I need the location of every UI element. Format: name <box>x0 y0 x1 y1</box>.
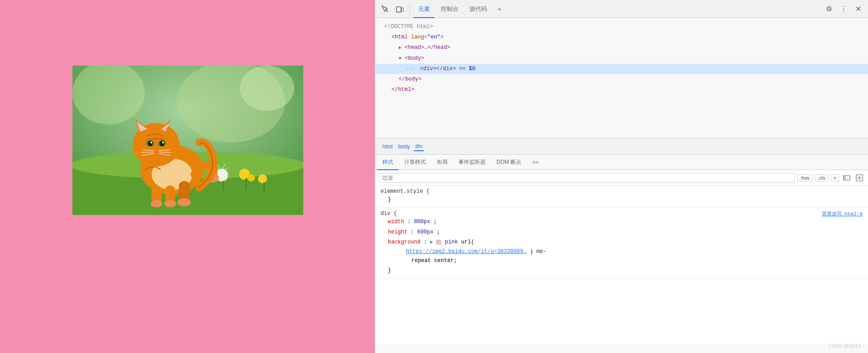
breadcrumb-div[interactable]: div <box>414 142 424 151</box>
svg-point-39 <box>151 200 162 207</box>
background-property-line[interactable]: background : ► pink url( https://img2.ba… <box>381 237 863 266</box>
svg-rect-10 <box>263 182 265 191</box>
filter-bar: :hov .cls + <box>375 170 868 186</box>
svg-rect-12 <box>223 181 224 191</box>
tab-console[interactable]: 控制台 <box>436 0 463 18</box>
svg-point-47 <box>398 11 399 12</box>
div-style-block: 背景连写.html:9 div { width : 800px ; height… <box>375 208 868 279</box>
toolbar-separator <box>410 4 410 14</box>
height-property-value: 600px <box>417 229 434 235</box>
tab-elements[interactable]: 元素 <box>414 0 434 18</box>
background-url-link[interactable]: https://img2.baidu.com/it/u=38338089… <box>406 248 526 255</box>
breadcrumb-body[interactable]: body <box>396 143 412 151</box>
svg-rect-46 <box>401 8 403 11</box>
sidebar-toggle-button[interactable] <box>842 173 852 183</box>
svg-point-29 <box>162 142 164 143</box>
svg-point-43 <box>177 198 191 206</box>
width-property-name: width <box>388 219 404 225</box>
expand-sidebar-button[interactable] <box>854 173 864 183</box>
csdn-watermark: CSDN @ld213 <box>372 341 864 350</box>
more-options-button[interactable]: ⋮ <box>837 3 850 15</box>
browser-viewport <box>0 0 375 353</box>
cat-display-div <box>72 66 303 215</box>
background-expand-arrow[interactable]: ► <box>430 240 433 245</box>
svg-rect-8 <box>245 178 247 189</box>
head-tag-line[interactable]: ▶ <head>…</head> <box>375 43 868 53</box>
tab-more[interactable]: » <box>493 0 506 18</box>
div-tag-line[interactable]: ··· <div></div> == $0 <box>375 64 868 74</box>
element-style-selector: element.style { <box>381 188 863 195</box>
div-style-header: 背景连写.html:9 div { <box>381 210 863 217</box>
close-button[interactable]: ✕ <box>852 3 864 15</box>
tab-event-listeners[interactable]: 事件监听器 <box>453 155 491 170</box>
svg-point-28 <box>150 142 152 143</box>
tab-styles[interactable]: 样式 <box>377 155 399 170</box>
style-source-link[interactable]: 背景连写.html:9 <box>822 210 863 217</box>
svg-rect-49 <box>844 176 846 180</box>
background-color-value: pink <box>445 239 458 245</box>
svg-point-3 <box>240 66 294 111</box>
body-close-line: </body> <box>375 74 868 85</box>
filter-input[interactable] <box>379 173 795 183</box>
doctype-line: <!DOCTYPE html> <box>375 22 868 32</box>
element-style-block: element.style { } <box>375 186 868 208</box>
html-close-line: </html> <box>375 85 868 95</box>
svg-point-27 <box>160 141 164 146</box>
background-property-name: background <box>388 239 420 245</box>
svg-line-44 <box>386 10 388 12</box>
body-expand[interactable]: ▼ <box>399 56 401 61</box>
inspect-element-button[interactable] <box>379 3 391 15</box>
tab-layout[interactable]: 布局 <box>431 155 453 170</box>
svg-point-26 <box>148 141 153 146</box>
tab-sources[interactable]: 源代码 <box>465 0 491 18</box>
background-url-line: https://img2.baidu.com/it/u=38338089… ) … <box>388 247 863 266</box>
tab-dom-breakpoints[interactable]: DOM 断点 <box>491 155 527 170</box>
styles-panel: element.style { } 背景连写.html:9 div { widt… <box>375 186 868 344</box>
svg-point-9 <box>258 174 267 183</box>
svg-point-7 <box>248 174 255 181</box>
hov-button[interactable]: :hov <box>797 174 812 181</box>
cls-button[interactable]: .cls <box>815 174 828 181</box>
dom-tree-panel: <!DOCTYPE html> <html lang="en"> ▶ <head… <box>375 18 868 138</box>
html-tag-line[interactable]: <html lang="en"> <box>375 32 868 43</box>
div-selector: div { <box>381 210 397 217</box>
settings-button[interactable]: ⚙ <box>823 3 835 15</box>
element-style-close: } <box>381 195 863 205</box>
width-property-line[interactable]: width : 800px ; <box>381 217 863 227</box>
body-tag-line[interactable]: ▼ <body> <box>375 53 868 64</box>
div-style-close: } <box>381 266 863 276</box>
devtools-panel: 元素 控制台 源代码 » ⚙ ⋮ ✕ <!DOCTYPE html> <html… <box>375 0 868 353</box>
height-property-line[interactable]: height : 600px ; <box>381 227 863 237</box>
width-property-value: 800px <box>414 219 430 225</box>
devtools-toolbar: 元素 控制台 源代码 » ⚙ ⋮ ✕ <box>375 0 868 18</box>
height-property-name: height <box>388 229 407 235</box>
svg-point-40 <box>164 200 176 207</box>
add-style-button[interactable]: + <box>831 174 839 181</box>
background-color-swatch[interactable] <box>436 240 441 244</box>
breadcrumb-bar: html body div <box>375 138 868 155</box>
tab-computed[interactable]: 计算样式 <box>399 155 431 170</box>
head-expand[interactable]: ▶ <box>399 45 401 50</box>
styles-subtabs: 样式 计算样式 布局 事件监听器 DOM 断点 >> <box>375 155 868 170</box>
breadcrumb-html[interactable]: html <box>381 143 395 151</box>
device-toggle-button[interactable] <box>393 3 406 15</box>
cat-image-content <box>72 66 303 215</box>
tab-styles-more[interactable]: >> <box>527 155 544 170</box>
